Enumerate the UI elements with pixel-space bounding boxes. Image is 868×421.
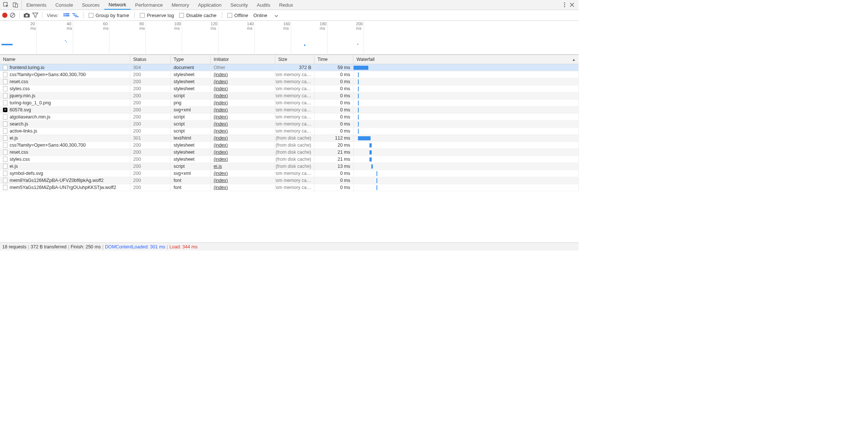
devtools-tabs-bar: ElementsConsoleSourcesNetworkPerformance… bbox=[0, 0, 579, 10]
table-row[interactable]: css?family=Open+Sans:400,300,700200style… bbox=[0, 142, 579, 149]
initiator-link[interactable]: (index) bbox=[214, 86, 228, 91]
requests-table-header: Name Status Type Initiator Size Time Wat… bbox=[0, 55, 579, 64]
tab-sources[interactable]: Sources bbox=[78, 0, 104, 10]
th-time[interactable]: Time bbox=[315, 55, 354, 64]
cell-type: script bbox=[171, 128, 211, 134]
initiator-link[interactable]: (index) bbox=[214, 107, 228, 112]
initiator-link[interactable]: (index) bbox=[214, 178, 228, 183]
initiator-link[interactable]: (index) bbox=[214, 93, 228, 98]
table-row[interactable]: search.js200script(index)(from memory ca… bbox=[0, 121, 579, 128]
cell-waterfall bbox=[354, 163, 579, 170]
cell-status: 200 bbox=[130, 71, 171, 78]
inspect-element-icon[interactable] bbox=[3, 2, 9, 8]
disable-cache-checkbox[interactable]: Disable cache bbox=[178, 13, 218, 18]
table-row[interactable]: frontend.turing.io304documentOther372 B5… bbox=[0, 64, 579, 71]
initiator-link[interactable]: (index) bbox=[214, 100, 228, 105]
initiator-link[interactable]: (index) bbox=[214, 114, 228, 120]
table-row[interactable]: ei.js200scriptei.js(from disk cache)13 m… bbox=[0, 163, 579, 170]
file-icon bbox=[3, 143, 7, 148]
disable-cache-label: Disable cache bbox=[186, 13, 217, 18]
cell-type: text/html bbox=[171, 135, 211, 141]
overview-toggle-icon[interactable] bbox=[72, 13, 79, 18]
waterfall-tick bbox=[358, 72, 359, 77]
tab-audits[interactable]: Audits bbox=[252, 0, 274, 10]
svg-point-9 bbox=[26, 14, 28, 17]
initiator-link[interactable]: ei.js bbox=[214, 164, 222, 169]
table-row[interactable]: styles.css200stylesheet(index)(from memo… bbox=[0, 85, 579, 92]
capture-screenshot-icon[interactable] bbox=[23, 13, 30, 18]
table-row[interactable]: mem5YaGs126MiZpBA-UN7rgOUuhpKKSTjw.woff2… bbox=[0, 184, 579, 191]
initiator-link[interactable]: (index) bbox=[214, 128, 228, 134]
initiator-link[interactable]: (index) bbox=[214, 143, 228, 148]
svg-point-3 bbox=[564, 3, 565, 4]
initiator-link[interactable]: (index) bbox=[214, 121, 228, 127]
tab-elements[interactable]: Elements bbox=[22, 0, 51, 10]
kebab-menu-icon[interactable] bbox=[564, 2, 565, 8]
table-row[interactable]: styles.css200stylesheet(index)(from disk… bbox=[0, 156, 579, 163]
th-name[interactable]: Name bbox=[0, 55, 130, 64]
initiator-link[interactable]: (index) bbox=[214, 136, 228, 141]
cell-status: 200 bbox=[130, 170, 171, 177]
record-button[interactable] bbox=[2, 13, 7, 18]
waterfall-tick bbox=[358, 101, 359, 105]
th-waterfall[interactable]: Waterfall bbox=[354, 55, 579, 64]
th-type[interactable]: Type bbox=[171, 55, 211, 64]
request-name: styles.css bbox=[10, 157, 30, 162]
waterfall-tick bbox=[358, 122, 359, 127]
table-row[interactable]: algoliasearch.min.js200script(index)(fro… bbox=[0, 114, 579, 121]
tab-security[interactable]: Security bbox=[226, 0, 252, 10]
table-row[interactable]: symbol-defs.svg200svg+xml(index)(from me… bbox=[0, 170, 579, 177]
file-icon bbox=[3, 164, 7, 169]
th-status[interactable]: Status bbox=[130, 55, 171, 64]
initiator-link[interactable]: (index) bbox=[214, 157, 228, 162]
cell-initiator: (index) bbox=[211, 121, 275, 127]
cell-type: png bbox=[171, 99, 211, 106]
close-icon[interactable] bbox=[570, 3, 574, 7]
preserve-log-checkbox[interactable]: Preserve log bbox=[138, 13, 175, 18]
table-row[interactable]: 60578.svg200svg+xml(index)(from memory c… bbox=[0, 107, 579, 114]
request-name: symbol-defs.svg bbox=[10, 171, 43, 176]
cell-time: 112 ms bbox=[315, 135, 354, 141]
svg-rect-12 bbox=[63, 15, 65, 16]
group-by-frame-checkbox[interactable]: Group by frame bbox=[87, 13, 131, 18]
cell-name: css?family=Open+Sans:400,300,700 bbox=[0, 71, 130, 78]
filter-icon[interactable] bbox=[32, 13, 38, 18]
timeline-overview[interactable]: 20 ms40 ms60 ms80 ms100 ms120 ms140 ms16… bbox=[0, 21, 579, 55]
file-icon bbox=[3, 72, 7, 77]
initiator-link[interactable]: (index) bbox=[214, 185, 228, 190]
large-rows-icon[interactable] bbox=[63, 13, 70, 18]
tab-network[interactable]: Network bbox=[104, 0, 131, 10]
table-row[interactable]: turing-logo_1_0.png200png(index)(from me… bbox=[0, 99, 579, 107]
cell-waterfall bbox=[354, 78, 579, 85]
offline-checkbox[interactable]: Offline bbox=[226, 13, 250, 18]
table-row[interactable]: active-links.js200script(index)(from mem… bbox=[0, 128, 579, 135]
table-row[interactable]: reset.css200stylesheet(index)(from memor… bbox=[0, 78, 579, 85]
table-row[interactable]: reset.css200stylesheet(index)(from disk … bbox=[0, 149, 579, 156]
tab-application[interactable]: Application bbox=[194, 0, 226, 10]
cell-initiator: ei.js bbox=[211, 163, 275, 170]
table-row[interactable]: mem8YaGs126MiZpBA-UFVZ0bf8pkAg.woff2200f… bbox=[0, 177, 579, 184]
th-size[interactable]: Size bbox=[275, 55, 315, 64]
initiator-link[interactable]: (index) bbox=[214, 150, 228, 155]
tab-console[interactable]: Console bbox=[51, 0, 78, 10]
initiator-link[interactable]: (index) bbox=[214, 171, 228, 176]
table-row[interactable]: css?family=Open+Sans:400,300,700200style… bbox=[0, 71, 579, 78]
initiator-link[interactable]: (index) bbox=[214, 79, 228, 84]
broken-image-icon bbox=[3, 108, 7, 112]
file-icon bbox=[3, 93, 7, 98]
tab-performance[interactable]: Performance bbox=[131, 0, 167, 10]
tab-redux[interactable]: Redux bbox=[274, 0, 297, 10]
cell-name: turing-logo_1_0.png bbox=[0, 99, 130, 106]
throttling-select[interactable]: Online bbox=[252, 13, 280, 18]
cell-name: search.js bbox=[0, 121, 130, 127]
device-toggle-icon[interactable] bbox=[13, 2, 19, 8]
cell-status: 200 bbox=[130, 92, 171, 99]
th-initiator[interactable]: Initiator bbox=[211, 55, 275, 64]
initiator-link[interactable]: (index) bbox=[214, 72, 228, 77]
table-row[interactable]: jquery.min.js200script(index)(from memor… bbox=[0, 92, 579, 99]
tab-memory[interactable]: Memory bbox=[167, 0, 194, 10]
cell-name: styles.css bbox=[0, 156, 130, 163]
waterfall-tick bbox=[377, 171, 377, 176]
clear-icon[interactable] bbox=[10, 12, 16, 18]
table-row[interactable]: ei.js301text/html(index)(from disk cache… bbox=[0, 135, 579, 142]
